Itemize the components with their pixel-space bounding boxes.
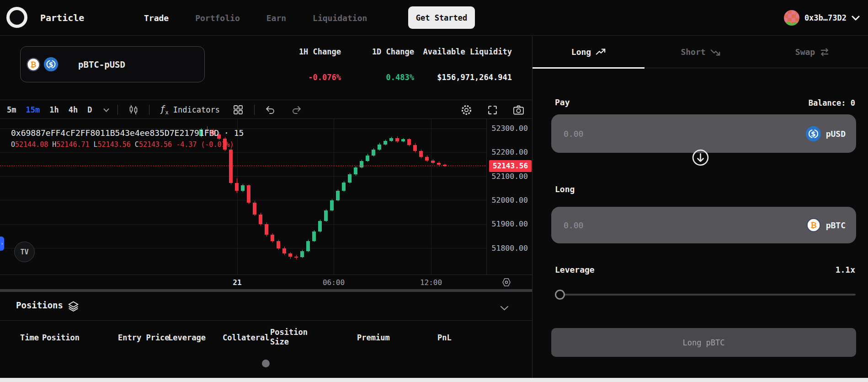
candle (372, 150, 375, 156)
trending-up-icon (596, 47, 606, 57)
layout-grid-icon[interactable] (232, 101, 244, 119)
market-stat: 1D Change0.483% (372, 47, 414, 82)
leverage-slider-knob[interactable] (555, 290, 565, 300)
leverage-value: 1.1x (836, 265, 855, 274)
camera-icon[interactable] (512, 104, 525, 116)
particle-logo-icon[interactable] (6, 7, 27, 28)
page-horizontal-scrollbar[interactable] (0, 378, 868, 382)
market-pair-selector[interactable]: ₿ $ pBTC-pUSD (20, 46, 205, 82)
nav-item-portfolio[interactable]: Portfolio (195, 13, 240, 23)
candle (306, 241, 310, 251)
chart-ohlc-legend: O52144.08H52146.71L52143.56C52143.56-4.3… (11, 140, 234, 149)
candlestick-style-icon[interactable] (128, 101, 139, 119)
interval-5m[interactable]: 5m (7, 105, 16, 114)
candle (419, 151, 423, 157)
toolbar-separator (254, 105, 255, 115)
price-axis-label: 51900.00 (492, 220, 528, 228)
candle (229, 150, 233, 183)
price-axis-label: 52300.00 (492, 124, 528, 133)
wallet-menu[interactable]: 0x3b…73D2 (784, 0, 860, 36)
drawing-toolbar-toggle[interactable]: › (0, 237, 4, 251)
ohlc-value: 52146.71 (56, 140, 89, 149)
tab-swap[interactable]: Swap (756, 36, 868, 68)
fx-icon: ƒx (160, 104, 169, 116)
candle (425, 157, 429, 161)
long-token-chip: ₿ pBTC (806, 218, 856, 232)
svg-text:$: $ (811, 130, 816, 138)
long-amount-input[interactable] (551, 207, 806, 243)
column-header-position-size: Position Size (270, 328, 316, 347)
swap-icon (820, 47, 830, 57)
toolbar-right-icons (460, 101, 525, 119)
fullscreen-icon[interactable] (487, 104, 498, 116)
active-tab-underline (533, 67, 644, 69)
candle (348, 174, 351, 183)
candle (431, 161, 435, 163)
long-submit-button[interactable]: Long pBTC (551, 328, 856, 357)
gear-icon[interactable] (460, 104, 473, 116)
leverage-label: Leverage (555, 265, 595, 274)
undo-icon[interactable] (264, 101, 276, 119)
tab-label: Short (681, 47, 705, 57)
candle (342, 183, 346, 191)
price-chart[interactable]: 0x69887eFF4cF2FF8011B543e4ee835D7E21791F… (0, 119, 532, 274)
pay-label: Pay (555, 97, 570, 107)
nav-item-liquidation[interactable]: Liquidation (313, 13, 367, 23)
price-axis-label: 52000.00 (492, 196, 528, 204)
toolbar-separator (149, 105, 149, 115)
divider (0, 320, 532, 321)
tradingview-logo-icon[interactable]: TV (14, 242, 35, 262)
indicators-button[interactable]: ƒx Indicators (160, 101, 220, 119)
last-price-tag: 52143.56 (489, 160, 532, 172)
pay-amount-input[interactable] (551, 114, 806, 153)
column-header-collateral: Collateral (223, 333, 269, 342)
price-axis-label: 52100.00 (492, 172, 528, 181)
candle (324, 210, 328, 221)
candle (366, 156, 369, 161)
interval-d[interactable]: D (87, 105, 92, 114)
tab-short[interactable]: Short (644, 36, 756, 68)
interval-1h[interactable]: 1h (49, 105, 59, 114)
chart-scrollbar[interactable] (0, 289, 532, 292)
time-axis[interactable]: 2106:0012:00 (0, 274, 532, 289)
ohlc-value: 52143.56 (139, 140, 172, 149)
arrow-down-circle-icon[interactable] (689, 146, 712, 169)
redo-icon[interactable] (291, 101, 303, 119)
usdc-icon: $ (806, 126, 821, 141)
session-breaks-icon[interactable] (501, 277, 512, 288)
nav-item-trade[interactable]: Trade (144, 13, 169, 23)
ohlc-key: C (135, 140, 139, 149)
get-started-button[interactable]: Get Started (408, 6, 475, 29)
usdc-icon: $ (44, 57, 58, 71)
nav-item-earn[interactable]: Earn (266, 13, 286, 23)
toolbar-separator (117, 105, 118, 115)
stat-label: 1D Change (372, 47, 414, 56)
market-stat: Available Liquidity$156,971,264.941 (423, 47, 512, 82)
interval-15m[interactable]: 15m (26, 105, 40, 114)
stat-value: $156,971,264.941 (423, 73, 512, 82)
interval-4h[interactable]: 4h (69, 105, 78, 114)
pay-token-label: pUSD (826, 129, 846, 139)
candle (330, 200, 334, 210)
positions-collapse-chevron-icon[interactable] (500, 304, 509, 312)
horizontal-scrollbar-thumb[interactable] (262, 360, 270, 367)
time-axis-label: 21 (219, 278, 256, 287)
candle (271, 235, 274, 241)
candle (407, 139, 411, 145)
wallet-address: 0x3b…73D2 (804, 13, 847, 22)
long-section-label: Long (555, 184, 575, 194)
stat-value: 0.483% (372, 73, 414, 82)
leverage-slider-track[interactable] (555, 294, 856, 296)
candle (437, 163, 441, 165)
candle (235, 183, 239, 191)
candle (336, 191, 340, 200)
tab-long[interactable]: Long (533, 36, 644, 68)
layers-icon (68, 301, 79, 314)
interval-dropdown-chevron-icon[interactable] (103, 101, 110, 119)
pair-name: pBTC-pUSD (78, 59, 125, 70)
pay-token-chip: $ pUSD (806, 126, 856, 141)
candle (247, 185, 250, 203)
column-header-pnl: PnL (437, 333, 452, 342)
leverage-slider[interactable] (555, 290, 856, 300)
trade-panel: LongShortSwap Pay Balance: 0 $ pUSD Long (532, 36, 868, 382)
